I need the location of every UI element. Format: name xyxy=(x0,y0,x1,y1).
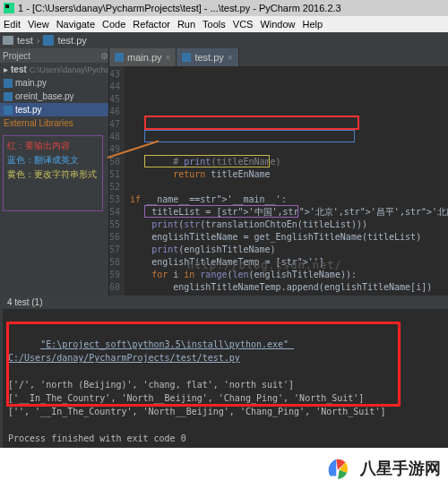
site-name: 八星手游网 xyxy=(360,458,441,479)
tab-main[interactable]: main.py × xyxy=(109,48,177,66)
tab-test[interactable]: test.py × xyxy=(177,48,238,66)
svg-rect-7 xyxy=(115,53,124,62)
close-icon[interactable]: × xyxy=(166,53,171,63)
output-highlight xyxy=(6,322,401,407)
menu-help[interactable]: Help xyxy=(303,19,323,30)
tree-item-label: main.py xyxy=(15,78,47,88)
tab-label: main.py xyxy=(127,52,162,63)
svg-rect-3 xyxy=(43,35,54,46)
tree-root-label: test xyxy=(11,64,27,74)
svg-rect-2 xyxy=(3,36,13,45)
annot-yellow: 黄色：更改字符串形式 xyxy=(7,167,99,182)
tab-label: test.py xyxy=(194,52,223,63)
highlight-purple xyxy=(144,205,298,218)
tree-item-label: test.py xyxy=(15,105,41,115)
title-bar[interactable]: 1 - [C:\Users\danay\PycharmProjects\test… xyxy=(0,0,448,16)
tree-file-main[interactable]: main.py xyxy=(0,76,108,90)
project-tree: ▸ test C:\Users\danay\PycharmProjects\te… xyxy=(0,63,108,130)
pycharm-icon xyxy=(4,3,14,13)
python-file-icon xyxy=(4,92,13,101)
annot-red: 红：要输出内容 xyxy=(7,139,99,153)
tree-root-path: C:\Users\danay\PycharmProjects\test xyxy=(30,65,109,74)
gear-icon[interactable]: ⚙ xyxy=(100,51,108,61)
tree-item-label: oreint_base.py xyxy=(15,91,74,101)
breadcrumb-root[interactable]: test xyxy=(17,35,33,46)
breadcrumb: test › test.py xyxy=(0,32,448,48)
menu-window[interactable]: Window xyxy=(260,19,295,30)
menu-vcs[interactable]: VCS xyxy=(233,19,254,30)
tree-item-label: External Libraries xyxy=(4,118,73,128)
menu-navigate[interactable]: Navigate xyxy=(56,19,95,30)
title-text: 1 - [C:\Users\danay\PycharmProjects\test… xyxy=(18,3,341,13)
run-panel: 4 test (1) "E:\project_soft\python3.5\in… xyxy=(3,296,448,448)
close-icon[interactable]: × xyxy=(228,53,233,63)
svg-rect-5 xyxy=(4,92,13,101)
menu-tools[interactable]: Tools xyxy=(202,19,226,30)
folder-icon: ▸ xyxy=(4,64,8,74)
svg-rect-1 xyxy=(5,4,9,8)
menu-run[interactable]: Run xyxy=(177,19,195,30)
svg-rect-6 xyxy=(4,106,13,115)
highlight-blue xyxy=(144,130,355,142)
watermark: http://blog.csdn.net/ xyxy=(187,259,342,271)
menubar: Edit View Navigate Code Refactor Run Too… xyxy=(0,16,448,32)
tree-file-oreint[interactable]: oreint_base.py xyxy=(0,90,108,103)
tree-file-test[interactable]: test.py xyxy=(0,103,108,116)
ide-window: 1 - [C:\Users\danay\PycharmProjects\test… xyxy=(0,0,448,448)
page-footer: 八星手游网 xyxy=(0,448,448,489)
python-file-icon xyxy=(115,53,124,62)
breadcrumb-file[interactable]: test.py xyxy=(57,35,86,46)
menu-edit[interactable]: Edit xyxy=(4,19,21,30)
menu-code[interactable]: Code xyxy=(102,19,125,30)
project-panel-header[interactable]: Project ⚙ xyxy=(0,48,108,63)
python-file-icon xyxy=(4,79,13,88)
menu-refactor[interactable]: Refactor xyxy=(133,19,170,30)
highlight-yellow xyxy=(144,155,270,167)
project-header-label: Project xyxy=(3,51,30,61)
folder-icon xyxy=(3,35,13,46)
run-tab[interactable]: 4 test (1) xyxy=(3,296,448,309)
svg-rect-4 xyxy=(4,79,13,88)
tree-root[interactable]: ▸ test C:\Users\danay\PycharmProjects\te… xyxy=(0,63,108,76)
editor-tabs: main.py × test.py × xyxy=(109,48,448,66)
tree-external-libs[interactable]: External Libraries xyxy=(0,116,108,130)
python-file-icon xyxy=(4,106,13,115)
site-logo-icon xyxy=(323,453,353,484)
menu-view[interactable]: View xyxy=(28,19,49,30)
run-output[interactable]: "E:\project_soft\python3.5\install\pytho… xyxy=(3,309,448,448)
svg-rect-8 xyxy=(182,53,191,62)
python-file-icon xyxy=(43,35,54,46)
chevron-right-icon: › xyxy=(37,35,40,46)
python-file-icon xyxy=(182,53,191,62)
annot-blue: 蓝色：翻译成英文 xyxy=(7,153,99,167)
annotation-overlay: 红：要输出内容 蓝色：翻译成英文 黄色：更改字符串形式 xyxy=(3,135,103,211)
highlight-red xyxy=(144,116,359,130)
